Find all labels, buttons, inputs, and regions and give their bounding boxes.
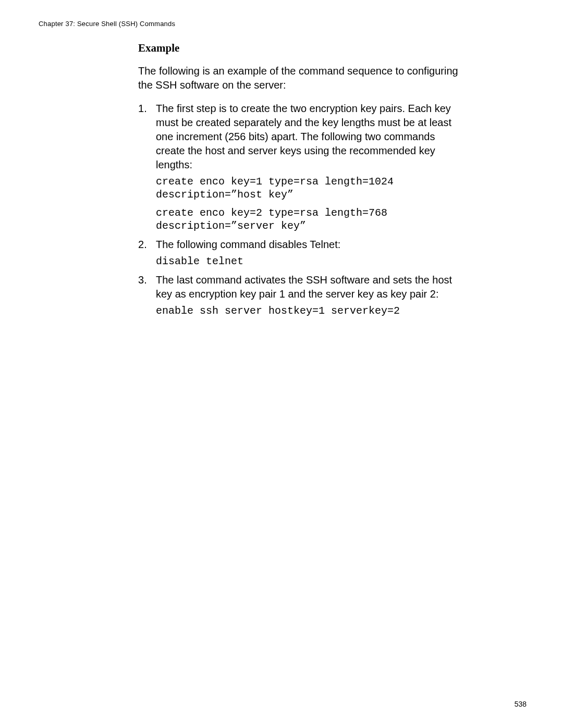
page-number: 538	[515, 700, 527, 708]
chapter-header: Chapter 37: Secure Shell (SSH) Commands	[39, 20, 175, 28]
step-1: The first step is to create the two encr…	[138, 102, 461, 232]
step-1-code-2: create enco key=2 type=rsa length=768 de…	[156, 206, 461, 232]
step-3-text: The last command activates the SSH softw…	[156, 274, 452, 300]
step-3: The last command activates the SSH softw…	[138, 273, 461, 317]
ordered-steps: The first step is to create the two encr…	[138, 102, 461, 317]
step-1-code-1: create enco key=1 type=rsa length=1024 d…	[156, 175, 461, 201]
step-2-code-1: disable telnet	[156, 255, 461, 268]
step-1-text: The first step is to create the two encr…	[156, 103, 451, 170]
step-2-text: The following command disables Telnet:	[156, 239, 340, 250]
intro-paragraph: The following is an example of the comma…	[138, 64, 461, 92]
step-3-code-1: enable ssh server hostkey=1 serverkey=2	[156, 304, 461, 317]
content-block: Example The following is an example of t…	[138, 42, 461, 323]
step-2: The following command disables Telnet: d…	[138, 238, 461, 268]
section-title: Example	[138, 42, 461, 55]
document-page: Chapter 37: Secure Shell (SSH) Commands …	[0, 0, 563, 728]
